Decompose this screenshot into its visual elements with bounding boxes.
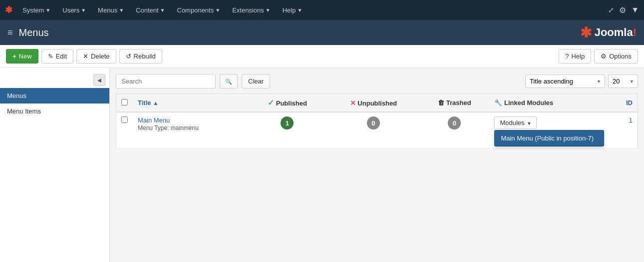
chevron-down-icon: ▼ [215,8,220,13]
toolbar-right: Help Options [559,49,638,64]
col-header-trashed: Trashed [419,94,489,112]
modules-dropdown-button[interactable]: Modules [494,116,537,129]
gear-icon[interactable]: ⚙ [619,6,626,15]
sidebar: ◄ Menus Menu Items [0,68,110,262]
joomla-logo-text: Joomla! [595,26,637,39]
search-input[interactable] [116,74,216,88]
select-all-header [116,94,133,112]
top-navbar: ✱ System ▼ Users ▼ Menus ▼ Content ▼ Com… [0,0,644,20]
plus-icon [12,52,16,60]
edit-button[interactable]: Edit [41,49,73,64]
row-unpublished-cell: 0 [327,112,419,148]
chevron-down-icon: ▼ [45,8,50,13]
sort-select-wrapper: Title ascending Title descending ID asce… [525,74,605,88]
row-id-cell: 1 [611,112,638,148]
col-header-linked-modules: Linked Modules [489,94,611,112]
sidebar-item-menu-items[interactable]: Menu Items [0,104,109,119]
row-checkbox-cell [116,112,133,148]
filter-bar: Clear Title ascending Title descending I… [116,74,638,88]
col-header-published: Published [248,94,327,112]
top-right-icons: ⤢ ⚙ ▼ [608,6,639,15]
row-linked-modules-cell: Modules Main Menu (Public in position-7)… [489,112,611,148]
col-header-title[interactable]: Title ▲ [133,94,248,112]
chevron-down-icon: ▼ [81,8,86,13]
row-published-cell: 1 [248,112,327,148]
edit-icon [48,52,53,60]
sidebar-collapse-button[interactable]: ◄ [93,74,105,86]
delete-button[interactable]: Delete [76,49,116,64]
menu-type-label: Menu Type: mainmenu [138,124,199,132]
filter-right: Title ascending Title descending ID asce… [525,74,638,88]
check-icon [268,100,274,107]
joomla-star-icon: ✱ [5,4,12,16]
content-panel: Clear Title ascending Title descending I… [110,68,644,262]
row-trashed-cell: 0 [419,112,489,148]
unpublished-badge: 0 [367,116,380,130]
table-row: Main Menu Menu Type: mainmenu 1 0 [116,112,638,148]
nav-content[interactable]: Content ▼ [131,4,170,17]
dropdown-caret-icon [527,119,532,126]
page-size-select[interactable]: 5 10 15 20 25 30 50 100 [608,74,638,88]
options-icon [601,52,607,60]
sidebar-item-menus[interactable]: Menus [0,88,109,104]
page-title: Menus [19,27,49,38]
new-button[interactable]: New [6,49,38,64]
puzzle-icon [494,99,502,106]
chevron-down-icon: ▼ [297,8,302,13]
nav-extensions[interactable]: Extensions ▼ [227,4,276,17]
menus-table: Title ▲ Published Unpublished Trashed [116,94,638,148]
chevron-down-icon[interactable]: ▼ [631,6,639,14]
nav-components[interactable]: Components ▼ [172,4,226,17]
help-button[interactable]: Help [559,49,591,64]
col-header-id[interactable]: ID [611,94,638,112]
nav-help[interactable]: Help ▼ [278,4,308,17]
chevron-down-icon: ▼ [119,8,124,13]
rebuild-button[interactable]: Rebuild [119,49,162,64]
delete-icon [83,52,88,60]
help-icon [565,52,569,60]
nav-system[interactable]: System ▼ [17,4,55,17]
row-checkbox[interactable] [121,116,128,123]
search-button[interactable] [220,74,238,88]
expand-icon[interactable]: ⤢ [608,6,614,14]
chevron-down-icon: ▼ [160,8,165,13]
toolbar: New Edit Delete Rebuild Help Options [0,45,644,68]
col-header-unpublished: Unpublished [327,94,419,112]
options-button[interactable]: Options [594,49,638,64]
title-bar: ≡ Menus ✱ Joomla! [0,20,644,45]
search-icon [225,78,232,85]
published-badge: 1 [281,116,294,130]
trashed-badge: 0 [448,116,461,130]
rebuild-icon [126,52,131,60]
row-title-link[interactable]: Main Menu [138,116,170,124]
sort-asc-icon: ▲ [153,100,158,106]
main-content: ◄ Menus Menu Items Clear Title ascending… [0,68,644,262]
joomla-logo-icon: ✱ [580,24,592,41]
hamburger-icon[interactable]: ≡ [7,28,13,38]
joomla-logo: ✱ Joomla! [580,24,637,41]
sort-select[interactable]: Title ascending Title descending ID asce… [525,74,605,88]
chevron-down-icon: ▼ [266,8,271,13]
modules-dropdown-menu: Main Menu (Public in position-7) [494,130,604,146]
select-all-checkbox[interactable] [121,99,128,106]
title-bar-left: ≡ Menus [7,27,49,38]
times-icon [350,100,356,107]
modules-dropdown-container: Modules Main Menu (Public in position-7) [494,116,537,129]
clear-button[interactable]: Clear [242,74,270,88]
sidebar-toggle-area: ◄ [0,72,109,88]
nav-users[interactable]: Users ▼ [57,4,91,17]
module-menu-item[interactable]: Main Menu (Public in position-7) [495,130,604,146]
row-title-cell: Main Menu Menu Type: mainmenu [133,112,248,148]
page-size-select-wrapper: 5 10 15 20 25 30 50 100 [608,74,638,88]
trash-icon [438,99,444,106]
nav-menus[interactable]: Menus ▼ [93,4,129,17]
